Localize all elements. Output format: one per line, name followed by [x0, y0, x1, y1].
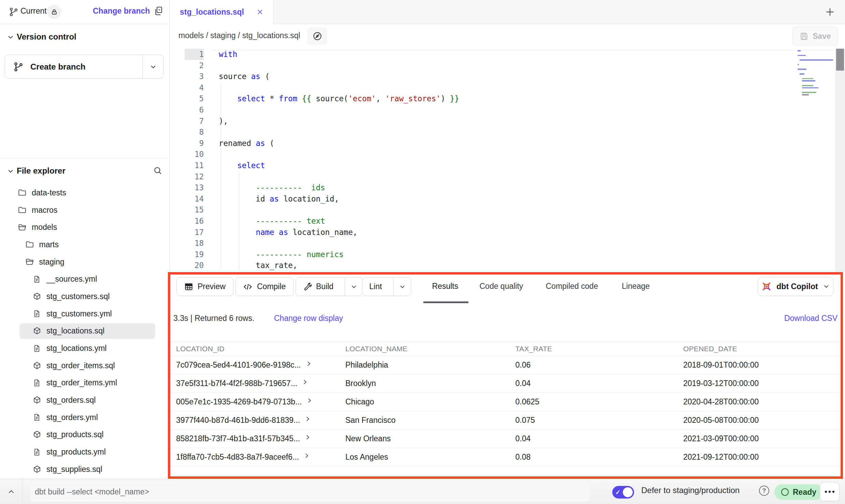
table-row[interactable]: 7c079cea-5ed4-4101-906e-9198c...Philadel…	[170, 356, 841, 374]
code-line: 5 select * from {{ source('ecom', 'raw_s…	[170, 93, 845, 104]
code-line: 19 ---------- numerics	[170, 249, 845, 260]
create-branch-button[interactable]: Create branch	[5, 55, 164, 79]
table-cell: 2019-03-12T00:00:00	[683, 379, 841, 388]
create-branch-dropdown[interactable]	[142, 55, 163, 78]
model-cube-icon	[33, 430, 41, 439]
file-item-stg-orders-sql[interactable]: stg_orders.sql	[0, 391, 169, 409]
tab-stg-locations-sql[interactable]: stg_locations.sql	[170, 0, 273, 24]
expand-row-icon[interactable]	[304, 453, 310, 459]
file-item-stg-order-items-sql[interactable]: stg_order_items.sql	[0, 357, 169, 374]
file-item-label: stg_locations.sql	[46, 326, 104, 336]
file-item-stg-supplies-sql[interactable]: stg_supplies.sql	[0, 461, 169, 478]
new-tab-plus-icon[interactable]	[825, 6, 835, 19]
file-item-stg-customers-yml[interactable]: stg_customers.yml	[0, 305, 169, 323]
lint-button[interactable]: Lint	[362, 277, 411, 296]
more-options-button[interactable]	[820, 482, 840, 501]
tab-label: stg_locations.sql	[180, 8, 244, 17]
preview-label: Preview	[198, 282, 226, 291]
tab-code-quality[interactable]: Code quality	[479, 282, 523, 291]
line-number: 3	[185, 71, 204, 82]
file-item-label: stg_orders.yml	[46, 413, 98, 422]
collapse-command-bar-button[interactable]	[0, 479, 23, 504]
file-item-models[interactable]: models	[0, 219, 169, 236]
code-line: 16 ---------- text	[170, 216, 845, 227]
expand-row-icon[interactable]	[302, 379, 308, 385]
active-tab-underline	[423, 301, 469, 303]
file-item-stg-locations-sql[interactable]: stg_locations.sql	[0, 323, 169, 340]
file-item-stg-locations-yml[interactable]: stg_locations.yml	[0, 340, 169, 357]
code-editor[interactable]: 1with23source as (45 select * from {{ so…	[170, 48, 845, 272]
toggle-knob	[623, 487, 633, 497]
lint-dropdown[interactable]	[393, 278, 411, 296]
dbt-ide-window: Current Change branch Version control	[0, 0, 845, 504]
file-item-staging[interactable]: staging	[0, 253, 169, 271]
column-header[interactable]: TAX_RATE	[515, 345, 683, 353]
build-dropdown[interactable]	[345, 278, 362, 296]
navigate-compass-button[interactable]	[307, 27, 327, 45]
dbt-copilot-button[interactable]: dbt Copilot	[758, 277, 833, 296]
download-csv-link[interactable]: Download CSV	[784, 314, 837, 323]
build-button[interactable]: Build	[296, 277, 363, 296]
file-item-stg-order-items-yml[interactable]: stg_order_items.yml	[0, 374, 169, 392]
table-row[interactable]: 858218fb-73f7-4b1b-a31f-57b345...New Orl…	[170, 430, 841, 448]
table-cell: San Francisco	[345, 416, 515, 425]
code-line: 12	[170, 171, 845, 182]
column-header[interactable]: OPENED_DATE	[683, 345, 841, 353]
table-row[interactable]: 005e7e1c-1935-4269-b479-0713b...Chicago0…	[170, 393, 841, 411]
file-icon	[33, 275, 41, 283]
folder-open-icon	[25, 257, 34, 266]
file-item-macros[interactable]: macros	[0, 202, 169, 219]
code-line: 18	[170, 238, 845, 249]
chevron-down-icon	[6, 33, 15, 43]
tab-lineage[interactable]: Lineage	[622, 282, 650, 291]
file-item-stg-customers-sql[interactable]: stg_customers.sql	[0, 288, 169, 305]
table-row[interactable]: 3977f440-b87d-461b-9dd6-81839...San Fran…	[170, 411, 841, 430]
chevron-down-icon	[822, 283, 830, 290]
search-icon[interactable]	[153, 166, 162, 177]
git-branch-icon	[9, 7, 18, 18]
change-row-display-link[interactable]: Change row display	[274, 314, 343, 323]
file-item-data-tests[interactable]: data-tests	[0, 184, 169, 202]
file-item-label: macros	[32, 206, 57, 215]
scrollbar-thumb[interactable]	[836, 49, 844, 71]
table-row[interactable]: 1f8ffa70-7cb5-4d83-8a7f-9aceef6...Los An…	[170, 448, 841, 466]
chevron-down-icon	[149, 63, 157, 71]
help-icon[interactable]: ?	[759, 486, 769, 496]
file-item-label: stg_order_items.yml	[46, 378, 117, 387]
sidebar: Current Change branch Version control	[0, 0, 170, 479]
defer-toggle[interactable]: ✓	[612, 486, 634, 499]
file-item--sources-yml[interactable]: __sources.yml	[0, 270, 169, 288]
breadcrumb-bar: models / staging / stg_locations.sql	[170, 24, 845, 48]
expand-row-icon[interactable]	[305, 416, 311, 422]
file-item-stg-products-sql[interactable]: stg_products.sql	[0, 426, 169, 444]
file-item-stg-products-yml[interactable]: stg_products.yml	[0, 443, 169, 461]
table-cell: 0.06	[515, 360, 683, 370]
editor-tab-strip: stg_locations.sql	[170, 0, 845, 24]
minimap[interactable]	[798, 50, 833, 152]
tab-results[interactable]: Results	[432, 282, 458, 291]
file-item-marts[interactable]: marts	[0, 236, 169, 253]
expand-row-icon[interactable]	[305, 434, 311, 440]
expand-row-icon[interactable]	[306, 361, 312, 367]
file-item-label: stg_customers.sql	[46, 292, 110, 301]
save-button[interactable]: Save	[792, 27, 838, 46]
file-item-stg-orders-yml[interactable]: stg_orders.yml	[0, 409, 169, 426]
compile-button[interactable]: Compile	[235, 277, 293, 296]
copy-icon[interactable]	[154, 6, 164, 17]
line-number: 10	[185, 149, 204, 160]
editor-scrollbar[interactable]	[835, 48, 845, 272]
file-item-label: staging	[39, 257, 65, 267]
tab-compiled-code[interactable]: Compiled code	[546, 282, 598, 291]
table-row[interactable]: 37e5f311-b7f4-4f2f-988b-719657...Brookly…	[170, 374, 841, 393]
table-cell: Philadelphia	[345, 360, 515, 370]
code-line: 15	[170, 204, 845, 216]
column-header[interactable]: LOCATION_ID	[176, 345, 345, 353]
file-explorer-header[interactable]: File explorer	[0, 164, 169, 179]
preview-button[interactable]: Preview	[176, 277, 233, 296]
column-header[interactable]: LOCATION_NAME	[345, 345, 515, 353]
version-control-header[interactable]: Version control	[0, 30, 169, 45]
expand-row-icon[interactable]	[306, 398, 312, 403]
change-branch-link[interactable]: Change branch	[93, 6, 150, 16]
close-icon[interactable]	[256, 8, 264, 17]
command-input[interactable]: dbt build --select <model_name>	[30, 482, 590, 502]
